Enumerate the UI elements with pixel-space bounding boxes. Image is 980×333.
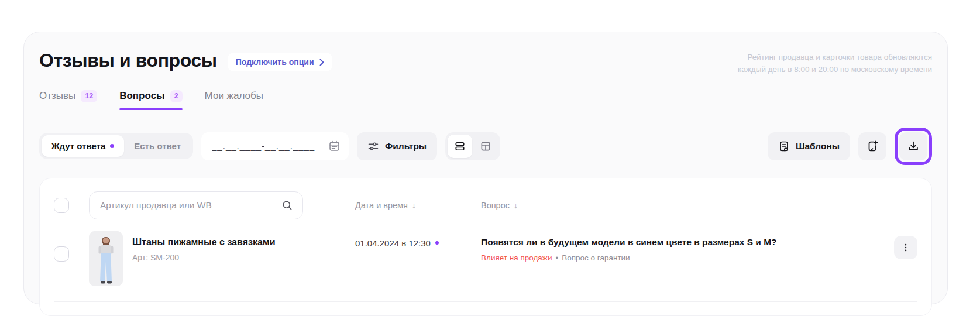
column-header-datetime-label: Дата и время — [355, 201, 408, 210]
affects-sales-tag: Влияет на продажи — [481, 253, 552, 262]
view-mode-toggle — [445, 132, 500, 160]
tab-questions-label: Вопросы — [119, 90, 164, 102]
tab-questions[interactable]: Вопросы 2 — [119, 90, 182, 110]
download-icon — [907, 140, 920, 153]
kebab-menu-icon — [900, 242, 911, 253]
new-question-dot — [435, 241, 439, 245]
page-header: Отзывы и вопросы Подключить опции Рейтин… — [39, 32, 932, 76]
product-cell: Штаны пижамные с завязками Арт: SM-200 — [89, 231, 303, 286]
column-header-question-label: Вопрос — [481, 201, 510, 210]
table-row: Штаны пижамные с завязками Арт: SM-200 0… — [40, 228, 931, 289]
question-cell: Появятся ли в будущем модели в синем цве… — [481, 231, 894, 262]
row-divider — [54, 301, 917, 315]
reviews-questions-panel: Отзывы и вопросы Подключить опции Рейтин… — [23, 32, 948, 304]
row-menu-button[interactable] — [894, 236, 917, 259]
tab-reviews-label: Отзывы — [39, 90, 75, 102]
product-title: Штаны пижамные с завязками — [132, 237, 276, 248]
question-datetime: 01.04.2024 в 12:30 — [355, 231, 481, 248]
tab-reviews-badge: 12 — [81, 90, 97, 102]
toolbar: Ждут ответа Есть ответ — [39, 128, 932, 165]
question-datetime-value: 01.04.2024 в 12:30 — [355, 238, 431, 248]
has-answer-label: Есть ответ — [134, 141, 181, 151]
waiting-answer-segment[interactable]: Ждут ответа — [42, 135, 124, 157]
warranty-question-tag: Вопрос о гарантии — [562, 253, 630, 262]
sliders-icon — [367, 140, 379, 152]
document-icon — [778, 140, 790, 152]
table-layout-icon — [480, 140, 491, 152]
templates-label: Шаблоны — [796, 141, 840, 152]
connect-options-label: Подключить опции — [236, 57, 314, 67]
tag-separator: • — [555, 253, 558, 262]
calendar-icon[interactable] — [328, 140, 341, 152]
select-all-checkbox[interactable] — [54, 198, 69, 213]
rows-icon — [454, 140, 466, 152]
unanswered-indicator-dot — [110, 144, 114, 148]
filters-button[interactable]: Фильтры — [357, 132, 437, 160]
question-text: Появятся ли в будущем модели в синем цве… — [481, 237, 882, 248]
tab-reviews[interactable]: Отзывы 12 — [39, 90, 97, 110]
export-report-button[interactable] — [858, 132, 886, 160]
download-highlight-ring — [895, 128, 932, 165]
document-plus-icon — [866, 140, 879, 153]
rating-update-note-line1: Рейтинг продавца и карточки товара обнов… — [738, 52, 932, 64]
sort-arrow-datetime: ↓ — [412, 201, 416, 210]
product-info: Штаны пижамные с завязками Арт: SM-200 — [132, 231, 276, 286]
list-view-option[interactable] — [448, 135, 472, 158]
tab-my-complaints-label: Мои жалобы — [205, 90, 263, 102]
date-range-field[interactable] — [212, 141, 328, 151]
download-button[interactable] — [899, 132, 927, 160]
column-header-question[interactable]: Вопрос ↓ — [481, 201, 518, 210]
questions-table: Дата и время ↓ Вопрос ↓ — [39, 178, 932, 316]
rating-update-note-line2: каждый день в 8:00 и 20:00 по московском… — [738, 64, 932, 76]
product-article: Арт: SM-200 — [132, 253, 276, 262]
rating-update-note: Рейтинг продавца и карточки товара обнов… — [738, 50, 932, 76]
tab-my-complaints[interactable]: Мои жалобы — [205, 90, 263, 110]
waiting-answer-label: Ждут ответа — [51, 141, 105, 151]
connect-options-button[interactable]: Подключить опции — [228, 53, 332, 71]
date-range-input[interactable] — [201, 132, 349, 160]
table-view-option[interactable] — [473, 135, 498, 158]
tab-questions-badge: 2 — [170, 90, 183, 102]
article-search-input[interactable] — [100, 200, 281, 211]
magnifier-icon[interactable] — [281, 200, 293, 211]
page-title: Отзывы и вопросы — [39, 50, 217, 71]
sort-arrow-question: ↓ — [514, 201, 518, 210]
tab-bar: Отзывы 12 Вопросы 2 Мои жалобы — [39, 90, 932, 110]
row-checkbox[interactable] — [54, 246, 69, 262]
product-thumbnail — [89, 231, 123, 286]
chevron-right-icon — [319, 59, 324, 66]
column-header-datetime[interactable]: Дата и время ↓ — [355, 201, 481, 210]
answer-status-segmented-control: Ждут ответа Есть ответ — [39, 133, 193, 159]
templates-button[interactable]: Шаблоны — [768, 132, 850, 160]
has-answer-segment[interactable]: Есть ответ — [124, 135, 191, 157]
filters-label: Фильтры — [385, 141, 427, 152]
article-search-box[interactable] — [89, 191, 303, 219]
table-header-row: Дата и время ↓ Вопрос ↓ — [40, 187, 931, 228]
question-tags: Влияет на продажи • Вопрос о гарантии — [481, 253, 882, 262]
